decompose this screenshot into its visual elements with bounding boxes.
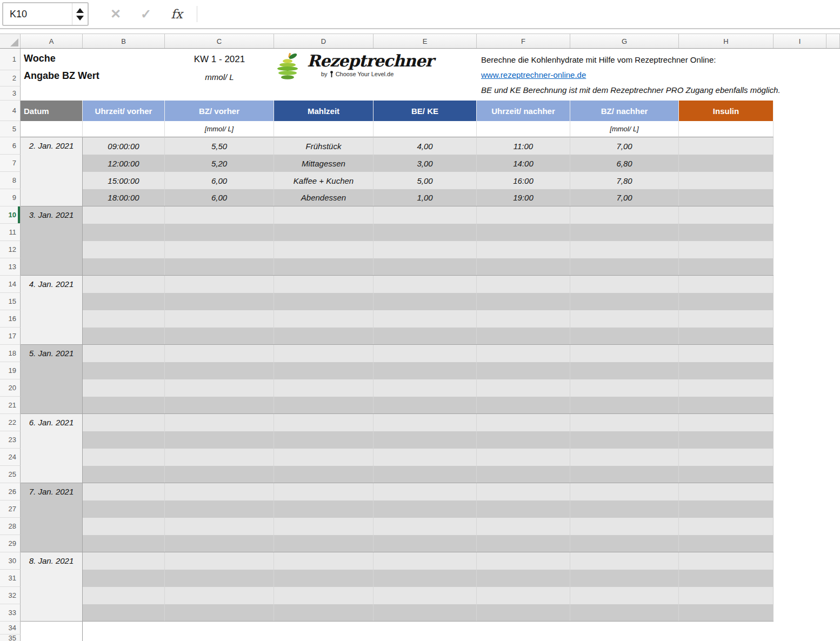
cell[interactable]: Abendessen [274,189,374,206]
cell[interactable] [165,449,274,466]
cell[interactable] [570,570,679,587]
row-header-23[interactable]: 23 [0,431,21,449]
column-header-B[interactable]: B [83,34,165,48]
cell[interactable] [570,276,679,293]
cell[interactable] [83,431,165,449]
column-header-F[interactable]: F [477,34,570,48]
cell[interactable] [477,293,570,310]
cell[interactable] [374,518,477,535]
cell[interactable] [374,397,477,413]
column-header-C[interactable]: C [165,34,274,48]
cell[interactable] [570,604,679,621]
cell[interactable] [274,483,374,500]
cell[interactable] [679,206,774,224]
cell-date[interactable]: 2. Jan. 2021 [21,137,83,206]
subheader-cell-6[interactable]: [mmol/ L] [570,121,679,137]
cell[interactable] [679,500,774,518]
cell[interactable] [83,587,165,604]
cell[interactable]: 5,20 [165,155,274,172]
cell[interactable] [83,276,165,293]
cell[interactable] [274,379,374,397]
row-header-29[interactable]: 29 [0,535,21,552]
row-header-30[interactable]: 30 [0,552,21,570]
cell[interactable] [570,449,679,466]
cell[interactable] [274,397,374,413]
column-header-A[interactable]: A [21,34,83,48]
cell[interactable] [679,310,774,328]
cell[interactable] [83,379,165,397]
cell[interactable] [274,224,374,241]
cell[interactable] [477,310,570,328]
cell[interactable] [165,466,274,483]
row-header-27[interactable]: 27 [0,500,21,518]
cell[interactable] [570,258,679,275]
cell[interactable] [83,604,165,621]
cell-date[interactable]: 3. Jan. 2021 [21,206,83,276]
cell[interactable] [274,258,374,275]
cell[interactable] [679,397,774,413]
cell[interactable] [165,241,274,258]
row-header-15[interactable]: 15 [0,293,21,310]
cell[interactable] [679,587,774,604]
row-header-32[interactable]: 32 [0,587,21,604]
cell-title-woche[interactable]: Woche [24,53,56,64]
formula-input[interactable] [197,0,840,28]
cell[interactable] [274,449,374,466]
cell[interactable] [570,483,679,500]
cell[interactable] [477,206,570,224]
row-header-20[interactable]: 20 [0,379,21,397]
cell[interactable] [477,328,570,344]
subheader-cell-1[interactable] [83,121,165,137]
cell[interactable] [679,483,774,500]
cell-date[interactable]: 5. Jan. 2021 [21,345,83,414]
row-header-21[interactable]: 21 [0,397,21,414]
row-header-34[interactable]: 34 [0,622,21,635]
cell-title-angabe-bz-wert[interactable]: Angabe BZ Wert [24,70,99,82]
cell[interactable] [477,535,570,552]
cell[interactable] [83,552,165,570]
rezeptrechner-link[interactable]: www.rezeptrechner-online.de [481,70,586,79]
bottom-empty-rows[interactable] [21,622,840,641]
header-cell-6[interactable]: BZ/ nachher [570,101,679,121]
header-cell-0[interactable]: Datum [21,101,83,121]
cell-unit-label[interactable]: mmol/ L [165,72,274,82]
cell[interactable] [83,518,165,535]
subheader-cell-7[interactable] [679,121,774,137]
cell[interactable] [274,362,374,379]
cell[interactable] [570,310,679,328]
cell[interactable] [83,310,165,328]
cell[interactable] [570,587,679,604]
header-cell-5[interactable]: Uhrzeit/ nachher [477,101,570,121]
subheader-cell-2[interactable]: [mmol/ L] [165,121,274,137]
cell[interactable] [83,224,165,241]
cell[interactable] [165,500,274,518]
cell[interactable]: 16:00 [477,172,570,189]
name-box-value[interactable]: K10 [3,9,72,20]
cell[interactable] [274,466,374,483]
cell[interactable] [679,552,774,570]
cell[interactable] [679,328,774,344]
row-header-5[interactable]: 5 [0,121,21,137]
subheader-cell-5[interactable] [477,121,570,137]
cell[interactable] [165,570,274,587]
cell[interactable] [570,552,679,570]
cell[interactable] [165,379,274,397]
cell[interactable] [570,328,679,344]
cell[interactable]: 1,00 [374,189,477,206]
row-header-10[interactable]: 10 [0,206,21,224]
cell[interactable] [274,570,374,587]
cell[interactable] [274,293,374,310]
cell[interactable] [570,379,679,397]
cell[interactable] [679,466,774,483]
cell[interactable] [679,345,774,362]
cell[interactable] [679,155,774,172]
cell[interactable] [570,397,679,413]
cell[interactable]: 7,80 [570,172,679,189]
row-header-22[interactable]: 22 [0,414,21,431]
row-header-2[interactable]: 2 [0,70,21,86]
cell[interactable] [83,500,165,518]
cell[interactable] [374,328,477,344]
cell[interactable] [570,293,679,310]
cell[interactable] [477,241,570,258]
cell[interactable] [570,500,679,518]
